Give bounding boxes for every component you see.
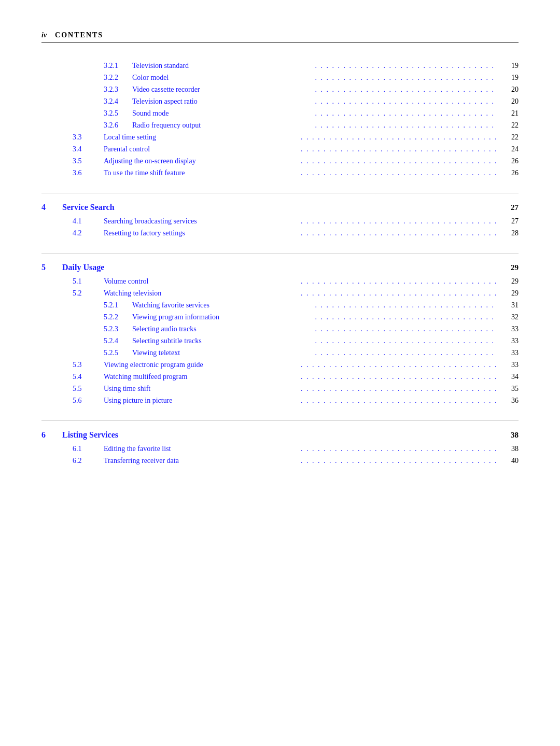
chapter-5-num: 5 bbox=[41, 263, 62, 272]
entry-title: Resetting to factory settings bbox=[104, 229, 299, 237]
page-header: iv CONTENTS bbox=[41, 31, 519, 43]
entry-num: 3.2.5 bbox=[104, 109, 132, 118]
entry-page: 33 bbox=[498, 325, 519, 333]
entry-num: 3.2.3 bbox=[104, 86, 132, 94]
entry-num: 3.2.1 bbox=[104, 62, 132, 70]
entry-num: 5.5 bbox=[73, 385, 104, 393]
entry-page: 34 bbox=[498, 373, 519, 381]
entry-page: 21 bbox=[498, 109, 519, 118]
chapter-5-page: 29 bbox=[498, 263, 519, 272]
section-divider bbox=[41, 193, 519, 193]
entry-num: 5.2 bbox=[73, 289, 104, 298]
entry-num: 5.2.1 bbox=[104, 301, 132, 309]
entry-title: Adjusting the on-screen display bbox=[104, 157, 299, 165]
toc-entry-5-2-3: 5.2.3 Selecting audio tracks . . . . . .… bbox=[41, 325, 519, 333]
entry-dots: . . . . . . . . . . . . . . . . . . . . … bbox=[299, 229, 498, 237]
entry-dots: . . . . . . . . . . . . . . . . . . . . … bbox=[299, 169, 498, 177]
chapter-4-section: 4 Service Search 27 4.1 Searching broadc… bbox=[41, 203, 519, 237]
toc-entry-5-2: 5.2 Watching television . . . . . . . . … bbox=[41, 289, 519, 298]
section-divider-3 bbox=[41, 420, 519, 421]
chapter-5-section: 5 Daily Usage 29 5.1 Volume control . . … bbox=[41, 263, 519, 405]
entry-title: Local time setting bbox=[104, 133, 299, 142]
toc-entry-3-6: 3.6 To use the time shift feature . . . … bbox=[41, 169, 519, 177]
entry-title: Viewing program information bbox=[132, 313, 313, 321]
section-divider-2 bbox=[41, 253, 519, 254]
chapter-4-num: 4 bbox=[41, 203, 62, 212]
entry-title: Parental control bbox=[104, 145, 299, 153]
entry-num: 5.2.3 bbox=[104, 325, 132, 333]
entry-dots: . . . . . . . . . . . . . . . . . . . . … bbox=[299, 445, 498, 453]
chapter-5-heading: 5 Daily Usage 29 bbox=[41, 263, 519, 272]
chapter-6-page: 38 bbox=[498, 431, 519, 440]
chapter-5-title: Daily Usage bbox=[62, 263, 498, 272]
entry-num: 3.6 bbox=[73, 169, 104, 177]
entry-title: Color model bbox=[132, 74, 313, 82]
entry-title: Radio frequency output bbox=[132, 121, 313, 130]
entry-dots: . . . . . . . . . . . . . . . . . . . . … bbox=[313, 349, 498, 357]
entry-num: 5.3 bbox=[73, 361, 104, 369]
section-3-2-entries: 3.2.1 Television standard . . . . . . . … bbox=[41, 62, 519, 177]
toc-entry-3-2-4: 3.2.4 Television aspect ratio . . . . . … bbox=[41, 97, 519, 106]
toc-entry-3-2-2: 3.2.2 Color model . . . . . . . . . . . … bbox=[41, 74, 519, 82]
entry-dots: . . . . . . . . . . . . . . . . . . . . … bbox=[299, 385, 498, 393]
entry-dots: . . . . . . . . . . . . . . . . . . . . … bbox=[313, 325, 498, 333]
toc-entry-3-3: 3.3 Local time setting . . . . . . . . .… bbox=[41, 133, 519, 142]
header-roman: iv bbox=[41, 31, 47, 39]
entry-num: 3.2.4 bbox=[104, 97, 132, 106]
entry-dots: . . . . . . . . . . . . . . . . . . . . … bbox=[313, 74, 498, 82]
toc-entry-3-2-5: 3.2.5 Sound mode . . . . . . . . . . . .… bbox=[41, 109, 519, 118]
toc-entry-5-5: 5.5 Using time shift . . . . . . . . . .… bbox=[41, 385, 519, 393]
entry-title: Video cassette recorder bbox=[132, 86, 313, 94]
entry-num: 4.2 bbox=[73, 229, 104, 237]
entry-num: 6.2 bbox=[73, 457, 104, 465]
entry-dots: . . . . . . . . . . . . . . . . . . . . … bbox=[299, 373, 498, 381]
entry-dots: . . . . . . . . . . . . . . . . . . . . … bbox=[299, 157, 498, 165]
toc-entry-3-4: 3.4 Parental control . . . . . . . . . .… bbox=[41, 145, 519, 153]
entry-page: 35 bbox=[498, 385, 519, 393]
chapter-4-title: Service Search bbox=[62, 203, 498, 212]
toc-entry-3-2-1: 3.2.1 Television standard . . . . . . . … bbox=[41, 62, 519, 70]
entry-dots: . . . . . . . . . . . . . . . . . . . . … bbox=[313, 121, 498, 130]
entry-title: Volume control bbox=[104, 277, 299, 286]
entry-num: 5.2.5 bbox=[104, 349, 132, 357]
entry-page: 29 bbox=[498, 289, 519, 298]
entry-title: Sound mode bbox=[132, 109, 313, 118]
entry-page: 22 bbox=[498, 121, 519, 130]
toc-entry-4-1: 4.1 Searching broadcasting services . . … bbox=[41, 217, 519, 226]
toc-entry-3-2-3: 3.2.3 Video cassette recorder . . . . . … bbox=[41, 86, 519, 94]
entry-page: 40 bbox=[498, 457, 519, 465]
entry-num: 5.1 bbox=[73, 277, 104, 286]
entry-title: Viewing electronic program guide bbox=[104, 361, 299, 369]
entry-dots: . . . . . . . . . . . . . . . . . . . . … bbox=[299, 277, 498, 286]
entry-page: 20 bbox=[498, 86, 519, 94]
entry-dots: . . . . . . . . . . . . . . . . . . . . … bbox=[299, 289, 498, 298]
entry-title: Television standard bbox=[132, 62, 313, 70]
chapter-4-page: 27 bbox=[498, 203, 519, 212]
entry-num: 4.1 bbox=[73, 217, 104, 226]
entry-title: Editing the favorite list bbox=[104, 445, 299, 453]
toc-entry-5-2-2: 5.2.2 Viewing program information . . . … bbox=[41, 313, 519, 321]
toc-entry-5-4: 5.4 Watching multifeed program . . . . .… bbox=[41, 373, 519, 381]
entry-dots: . . . . . . . . . . . . . . . . . . . . … bbox=[299, 397, 498, 405]
entry-dots: . . . . . . . . . . . . . . . . . . . . … bbox=[313, 301, 498, 309]
toc-entry-6-2: 6.2 Transferring receiver data . . . . .… bbox=[41, 457, 519, 465]
entry-title: Television aspect ratio bbox=[132, 97, 313, 106]
entry-dots: . . . . . . . . . . . . . . . . . . . . … bbox=[299, 145, 498, 153]
chapter-6-num: 6 bbox=[41, 430, 62, 440]
entry-dots: . . . . . . . . . . . . . . . . . . . . … bbox=[299, 361, 498, 369]
entry-dots: . . . . . . . . . . . . . . . . . . . . … bbox=[313, 313, 498, 321]
entry-num: 5.4 bbox=[73, 373, 104, 381]
entry-title: Selecting subtitle tracks bbox=[132, 337, 313, 345]
entry-title: Using picture in picture bbox=[104, 397, 299, 405]
toc-entry-3-5: 3.5 Adjusting the on-screen display . . … bbox=[41, 157, 519, 165]
toc-entry-5-2-5: 5.2.5 Viewing teletext . . . . . . . . .… bbox=[41, 349, 519, 357]
chapter-6-heading: 6 Listing Services 38 bbox=[41, 430, 519, 440]
entry-title: To use the time shift feature bbox=[104, 169, 299, 177]
chapter-4-heading: 4 Service Search 27 bbox=[41, 203, 519, 212]
entry-page: 33 bbox=[498, 349, 519, 357]
entry-dots: . . . . . . . . . . . . . . . . . . . . … bbox=[299, 133, 498, 142]
entry-page: 36 bbox=[498, 397, 519, 405]
toc-entry-3-2-6: 3.2.6 Radio frequency output . . . . . .… bbox=[41, 121, 519, 130]
entry-page: 24 bbox=[498, 145, 519, 153]
entry-page: 31 bbox=[498, 301, 519, 309]
